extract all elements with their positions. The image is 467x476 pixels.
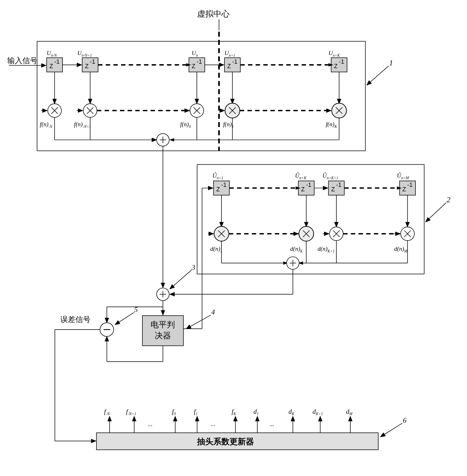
- svg-line-133: [426, 203, 446, 222]
- svg-text:dM: dM: [346, 408, 353, 416]
- svg-text:dK+1: dK+1: [313, 408, 323, 416]
- svg-text:-1: -1: [232, 58, 237, 65]
- svg-text:Un-N: Un-N: [47, 50, 57, 58]
- block-ref-5: 5: [134, 305, 138, 313]
- svg-line-142: [186, 315, 211, 329]
- svg-text:Ûn+K+1: Ûn+K+1: [322, 172, 338, 180]
- svg-text:f(n)1: f(n)1: [223, 121, 234, 129]
- svg-text:-1: -1: [339, 58, 344, 65]
- svg-text:Z: Z: [334, 63, 337, 70]
- block-ref-4: 4: [211, 308, 215, 316]
- svg-text:-1: -1: [336, 181, 341, 188]
- svg-text:Ûn+K: Ûn+K: [295, 172, 307, 180]
- svg-line-151: [115, 312, 134, 325]
- svg-text:Z: Z: [192, 63, 195, 70]
- svg-text:Un+1: Un+1: [225, 50, 235, 58]
- tap-updater-label: 抽头系数更新器: [197, 437, 254, 446]
- dfe-block-diagram: 虚拟中心 输入信号 Z-1 Z-1 Z-1 Z-1 Z-1 Un-N Un-N+…: [6, 6, 461, 470]
- svg-text:-1: -1: [54, 58, 60, 65]
- svg-text:-1: -1: [306, 181, 311, 188]
- input-signal-label: 输入信号: [7, 56, 38, 65]
- error-signal-label: 误差信号: [60, 315, 91, 324]
- svg-text:电平判: 电平判: [151, 320, 175, 329]
- svg-text:fK: fK: [232, 408, 236, 416]
- block-ref-2: 2: [447, 196, 450, 204]
- block-ref-1: 1: [389, 59, 393, 67]
- svg-text:-1: -1: [221, 181, 226, 188]
- svg-text:Z: Z: [85, 63, 89, 70]
- virtual-center-label: 虚拟中心: [197, 9, 230, 18]
- svg-text:f(n)-N+1: f(n)-N+1: [74, 121, 91, 129]
- svg-text:Z: Z: [49, 63, 53, 70]
- svg-text:Z: Z: [227, 63, 231, 70]
- svg-text:决器: 决器: [155, 331, 171, 340]
- svg-line-138: [170, 270, 192, 289]
- svg-text:-1: -1: [90, 58, 95, 65]
- svg-text:d(n)M: d(n)M: [394, 245, 408, 253]
- svg-text:Z: Z: [301, 186, 305, 193]
- svg-text:f(n)K: f(n)K: [326, 121, 337, 129]
- svg-text:f(n)-N: f(n)-N: [40, 121, 53, 129]
- svg-text:Un+K: Un+K: [329, 50, 340, 58]
- svg-text:d(n)1: d(n)1: [210, 245, 222, 253]
- svg-text:d(n)K+1: d(n)K+1: [318, 245, 335, 253]
- svg-text:f0: f0: [172, 408, 176, 416]
- svg-text:d1: d1: [253, 408, 259, 416]
- svg-marker-69: [169, 138, 174, 142]
- svg-text:Z: Z: [402, 186, 406, 193]
- svg-text:Un: Un: [192, 50, 198, 58]
- svg-text:Ûn+M: Ûn+M: [397, 172, 409, 180]
- svg-text:Z: Z: [331, 186, 335, 193]
- svg-text:-1: -1: [196, 58, 202, 65]
- svg-text:f-N+1: f-N+1: [126, 408, 136, 416]
- svg-text:f-N: f-N: [104, 408, 110, 416]
- svg-line-155: [380, 423, 402, 437]
- svg-line-72: [367, 66, 389, 85]
- svg-text:...: ...: [148, 421, 152, 427]
- svg-text:-1: -1: [407, 181, 413, 188]
- block-ref-3: 3: [191, 263, 195, 271]
- svg-text:f(n)0: f(n)0: [180, 121, 191, 129]
- svg-text:Z: Z: [216, 186, 220, 193]
- svg-text:dK: dK: [288, 408, 295, 416]
- tap-outputs: ... ... ...: [110, 416, 350, 433]
- svg-text:...: ...: [270, 421, 274, 427]
- svg-text:f1: f1: [194, 408, 197, 416]
- svg-text:d(n)K: d(n)K: [290, 245, 303, 253]
- svg-text:Ûn+1: Ûn+1: [212, 172, 223, 180]
- svg-text:...: ...: [211, 421, 215, 427]
- block-ref-6: 6: [403, 416, 406, 424]
- svg-text:Un-N+1: Un-N+1: [77, 50, 92, 58]
